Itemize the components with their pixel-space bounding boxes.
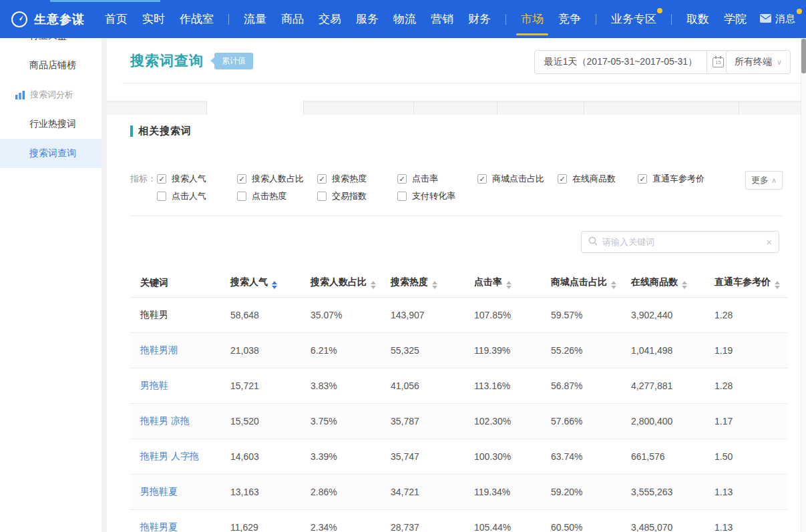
nav-item-财务[interactable]: 财务 [468,11,491,27]
tab-1[interactable] [107,101,207,115]
checkbox-直通车参考价[interactable]: ✓直通车参考价 [638,173,718,185]
keywords-table: 关键词搜索人气搜索人数占比搜索热度点击率商城点击占比在线商品数直通车参考价 拖鞋… [130,269,788,532]
nav-item-服务[interactable]: 服务 [356,11,379,27]
checkbox-在线商品数[interactable]: ✓在线商品数 [558,173,638,185]
sidebar-item-label: 搜索词分析 [30,89,73,101]
more-button[interactable]: 更多 ∧ [745,171,783,190]
value-cell: 143,907 [381,297,464,332]
column-header-点击率[interactable]: 点击率 [464,269,541,297]
checkbox-checked-icon[interactable]: ✓ [237,174,246,184]
nav-item-物流[interactable]: 物流 [393,11,416,27]
column-header-商城点击占比[interactable]: 商城点击占比 [541,269,621,297]
sort-icon[interactable] [371,281,376,289]
column-header-在线商品数[interactable]: 在线商品数 [621,269,704,297]
tab-3[interactable] [304,101,414,115]
checkbox-checked-icon[interactable]: ✓ [317,174,327,184]
sort-icon[interactable] [272,281,277,289]
checkbox-label: 搜索人气 [172,173,206,185]
sort-icon[interactable] [682,281,687,289]
checkbox-搜索热度[interactable]: ✓搜索热度 [317,173,397,185]
column-header-搜索热度[interactable]: 搜索热度 [381,269,464,297]
nav-item-交易[interactable]: 交易 [319,11,341,27]
app-logo[interactable]: 生意参谋 [11,11,85,28]
page-scrollbar[interactable] [801,38,806,532]
checkbox-点击热度[interactable]: 点击热度 [237,190,317,202]
checkbox-checked-icon[interactable]: ✓ [477,174,487,184]
checkbox-checked-icon[interactable]: ✓ [558,174,567,184]
keyword-cell[interactable]: 男拖鞋夏 [130,474,220,509]
column-header-搜索人气[interactable]: 搜索人气 [220,269,300,297]
checkbox-checked-icon[interactable]: ✓ [397,174,407,184]
scrollbar-thumb[interactable] [801,39,806,73]
terminal-select[interactable]: 所有终端 ∨ [726,50,791,74]
sidebar-item-搜索词查询[interactable]: 搜索词查询 [0,139,102,168]
sidebar-item-label: 搜索词查询 [29,148,76,160]
nav-item-流量[interactable]: 流量 [244,11,266,27]
value-cell: 100.30% [464,439,541,474]
checkbox-搜索人气[interactable]: ✓搜索人气 [157,173,237,185]
value-cell: 35.07% [300,297,381,332]
search-input[interactable] [602,237,761,247]
checkbox-label: 点击热度 [252,190,286,202]
nav-item-取数[interactable]: 取数 [686,11,709,27]
tab-4[interactable] [414,101,497,115]
checkbox-unchecked-icon[interactable] [157,192,166,201]
tab-7[interactable] [739,101,801,115]
nav-item-学院[interactable]: 学院 [724,11,747,27]
sort-icon[interactable] [611,281,616,289]
table-row: 拖鞋男夏11,6292.34%28,737105.44%60.50%3,485,… [130,509,788,532]
checkbox-交易指数[interactable]: 交易指数 [317,190,397,202]
keyword-cell[interactable]: 拖鞋男 凉拖 [130,403,220,439]
checkbox-商城点击占比[interactable]: ✓商城点击占比 [477,173,558,185]
nav-item-实时[interactable]: 实时 [142,11,165,27]
value-cell: 28,737 [381,509,464,532]
nav-item-业务专区[interactable]: 业务专区 [611,11,656,27]
sort-down-arrow [775,286,780,289]
checkbox-unchecked-icon[interactable] [317,192,327,201]
value-cell: 1,041,498 [621,332,704,368]
checkbox-点击率[interactable]: ✓点击率 [397,173,477,185]
messages-label: 消息 [775,13,795,25]
checkbox-点击人气[interactable]: 点击人气 [157,190,237,202]
filter-row-1-items: ✓搜索人气✓搜索人数占比✓搜索热度✓点击率✓商城点击占比✓在线商品数✓直通车参考… [157,173,718,185]
tab-2[interactable] [207,101,304,115]
sort-icon[interactable] [775,281,780,289]
messages-button[interactable]: 消息 [760,13,795,25]
column-header-直通车参考价[interactable]: 直通车参考价 [704,269,788,297]
sort-icon[interactable] [506,281,512,289]
table-row: 拖鞋男潮21,0386.21%55,325119.39%55.26%1,041,… [130,332,788,368]
sort-icon[interactable] [432,281,437,289]
sort-up-arrow [682,281,687,284]
chevron-up-icon: ∧ [771,176,777,185]
checkbox-支付转化率[interactable]: 支付转化率 [397,190,477,202]
tab-6[interactable] [584,101,739,115]
sidebar-scrollbar[interactable] [102,38,107,532]
date-range-picker[interactable]: 最近1天（2017-05-31~2017-05-31） 15 [534,50,730,74]
nav-item-作战室[interactable]: 作战室 [180,11,214,27]
value-cell: 15,721 [220,368,300,403]
sidebar-item-商品店铺榜[interactable]: 商品店铺榜 [0,51,102,80]
keyword-cell[interactable]: 拖鞋男 人字拖 [130,439,220,474]
nav-divider [671,14,672,25]
keyword-cell[interactable]: 拖鞋男潮 [130,332,220,368]
checkbox-checked-icon[interactable]: ✓ [638,174,647,184]
nav-item-市场[interactable]: 市场 [521,11,544,27]
checkbox-checked-icon[interactable]: ✓ [157,174,166,184]
keyword-cell[interactable]: 男拖鞋 [130,368,220,403]
clear-icon[interactable]: × [766,237,772,247]
nav-item-竞争[interactable]: 竞争 [558,11,581,27]
search-icon [588,236,598,248]
checkbox-unchecked-icon[interactable] [397,192,407,201]
column-header-关键词: 关键词 [130,269,220,297]
nav-item-首页[interactable]: 首页 [105,11,128,27]
checkbox-unchecked-icon[interactable] [237,192,246,201]
nav-item-商品[interactable]: 商品 [281,11,304,27]
checkbox-搜索人数占比[interactable]: ✓搜索人数占比 [237,173,317,185]
value-cell: 35,747 [381,439,464,474]
sidebar-item-行业热搜词[interactable]: 行业热搜词 [0,109,102,139]
tab-5[interactable] [497,101,584,115]
column-header-搜索人数占比[interactable]: 搜索人数占比 [300,269,381,297]
keyword-cell[interactable]: 拖鞋男夏 [130,509,220,532]
nav-item-营销[interactable]: 营销 [431,11,453,27]
value-cell: 3.83% [300,368,381,403]
